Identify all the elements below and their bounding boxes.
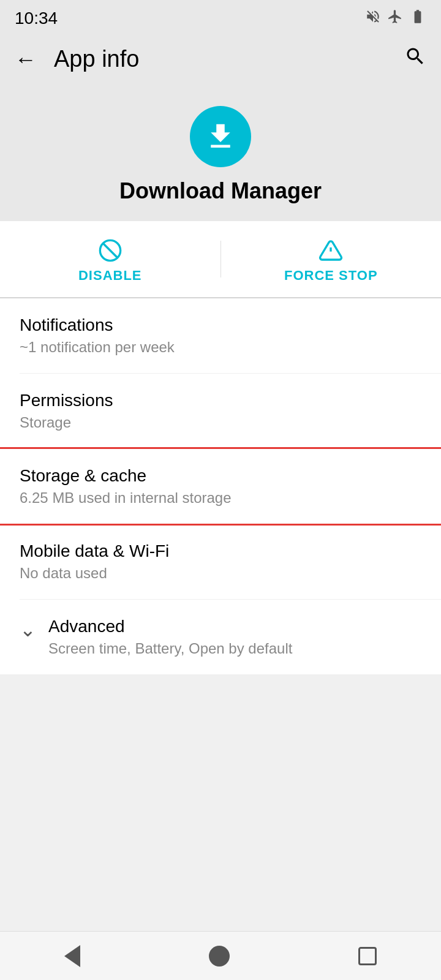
mobile-data-subtitle: No data used <box>20 565 421 582</box>
force-stop-label: FORCE STOP <box>284 268 378 284</box>
search-button[interactable] <box>404 45 426 73</box>
nav-recents-button[interactable] <box>358 947 377 965</box>
app-name: Download Manager <box>119 178 322 204</box>
content-area: Notifications ~1 notification per week P… <box>0 298 441 723</box>
advanced-title: Advanced <box>48 617 292 636</box>
advanced-item[interactable]: ⌄ Advanced Screen time, Battery, Open by… <box>0 600 441 674</box>
status-bar: 10:34 <box>0 0 441 34</box>
nav-recents-icon <box>358 947 377 965</box>
chevron-down-icon: ⌄ <box>20 618 36 641</box>
bottom-nav <box>0 931 441 980</box>
storage-cache-item[interactable]: Storage & cache 6.25 MB used in internal… <box>0 449 441 524</box>
permissions-subtitle: Storage <box>20 414 421 431</box>
nav-home-icon <box>209 946 230 967</box>
status-time: 10:34 <box>15 9 58 28</box>
action-buttons: DISABLE FORCE STOP <box>0 221 441 298</box>
disable-button[interactable]: DISABLE <box>0 221 221 297</box>
notifications-item[interactable]: Notifications ~1 notification per week <box>0 298 441 373</box>
notifications-title: Notifications <box>20 315 421 335</box>
mute-icon <box>365 9 381 28</box>
nav-home-button[interactable] <box>209 946 230 967</box>
settings-list: Notifications ~1 notification per week P… <box>0 298 441 674</box>
storage-cache-subtitle: 6.25 MB used in internal storage <box>20 489 421 507</box>
storage-cache-title: Storage & cache <box>20 466 421 486</box>
notifications-subtitle: ~1 notification per week <box>20 339 421 356</box>
airplane-icon <box>387 9 403 28</box>
advanced-text: Advanced Screen time, Battery, Open by d… <box>48 617 292 657</box>
app-bar: ← App info <box>0 34 441 84</box>
mobile-data-item[interactable]: Mobile data & Wi-Fi No data used <box>0 524 441 599</box>
force-stop-button[interactable]: FORCE STOP <box>221 221 442 297</box>
mobile-data-title: Mobile data & Wi-Fi <box>20 541 421 561</box>
page-title: App info <box>54 46 139 72</box>
back-button[interactable]: ← <box>15 47 37 72</box>
status-icons <box>365 9 426 28</box>
battery-icon <box>409 9 426 28</box>
advanced-subtitle: Screen time, Battery, Open by default <box>48 640 292 657</box>
permissions-item[interactable]: Permissions Storage <box>0 374 441 448</box>
app-header: Download Manager <box>0 84 441 221</box>
nav-back-icon <box>64 945 80 967</box>
permissions-title: Permissions <box>20 391 421 410</box>
svg-line-1 <box>103 243 118 258</box>
app-icon <box>190 106 251 167</box>
app-bar-left: ← App info <box>15 46 139 72</box>
disable-label: DISABLE <box>78 268 142 284</box>
nav-back-button[interactable] <box>64 945 80 967</box>
